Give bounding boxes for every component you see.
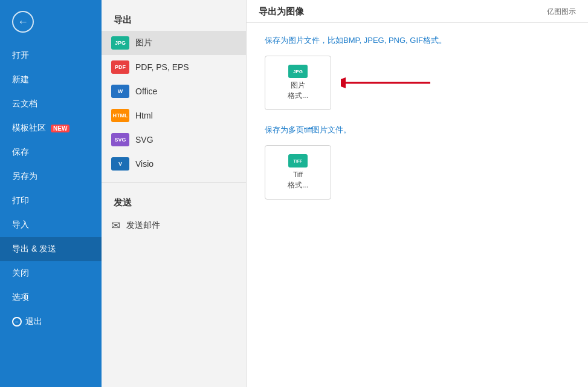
sidebar-new-label: 新建 [12,74,29,85]
mid-html-label: Html [135,111,153,120]
main-body: 保存为图片文件，比如BMP, JPEG, PNG, GIF格式。 JPG 图片 … [247,23,588,387]
office-icon: W [111,85,129,98]
back-arrow-icon: ← [18,16,28,27]
card-tiff-label: Tiff 格式... [288,170,308,190]
card-row-2: TIFF Tiff 格式... [265,145,570,200]
svg-icon: SVG [111,133,129,146]
exit-icon: − [12,317,22,327]
mid-email-label: 发送邮件 [126,220,160,231]
mid-image-label: 图片 [135,37,152,48]
visio-icon: V [111,157,129,171]
section-desc-2: 保存为多页tiff图片文件。 [265,125,570,135]
back-button[interactable]: ← [0,0,102,44]
card-row-1: JPG 图片 格式... [265,56,570,110]
section-desc-1: 保存为图片文件，比如BMP, JPEG, PNG, GIF格式。 [265,35,570,46]
sidebar-item-export[interactable]: 导出 & 发送 [0,237,102,261]
mid-pdf-label: PDF, PS, EPS [135,62,189,72]
sidebar-export-label: 导出 & 发送 [12,244,56,255]
sidebar-template-label: 模板社区 [12,123,46,134]
send-section-title: 发送 [102,189,246,213]
mid-svg-label: SVG [135,135,153,145]
pdf-icon: PDF [111,60,129,74]
sidebar-saveas-label: 另存为 [12,171,37,182]
sidebar-item-open[interactable]: 打开 [0,44,102,68]
sidebar-item-new[interactable]: 新建 [0,68,102,92]
mid-item-image[interactable]: JPG 图片 [102,31,246,55]
jpg-icon: JPG [111,36,129,50]
sidebar-save-label: 保存 [12,147,29,158]
export-card-jpg[interactable]: JPG 图片 格式... [265,56,331,110]
mid-office-label: Office [135,86,157,96]
sidebar-exit-label: 退出 [25,316,42,327]
mid-item-office[interactable]: W Office [102,79,246,103]
sidebar-import-label: 导入 [12,220,29,230]
mid-visio-label: Visio [135,159,153,169]
mid-item-svg[interactable]: SVG SVG [102,128,246,152]
sidebar-close-label: 关闭 [12,268,29,279]
main-header: 导出为图像 亿图图示 [247,0,588,23]
mid-panel: 导出 JPG 图片 PDF PDF, PS, EPS W Office HTML… [102,0,247,387]
sidebar-options-label: 选项 [12,292,29,303]
arrow-container [341,76,431,90]
sidebar-item-cloud[interactable]: 云文档 [0,92,102,116]
mid-divider [102,182,246,183]
sidebar-item-exit[interactable]: − 退出 [0,310,102,334]
sidebar-item-save[interactable]: 保存 [0,140,102,164]
mid-item-visio[interactable]: V Visio [102,152,246,176]
sidebar-item-import[interactable]: 导入 [0,213,102,237]
new-badge: NEW [51,125,69,132]
sidebar-item-saveas[interactable]: 另存为 [0,164,102,189]
export-card-tiff[interactable]: TIFF Tiff 格式... [265,145,331,200]
sidebar: ← 打开 新建 云文档 模板社区 NEW 保存 另存为 打印 导入 导出 & 发… [0,0,102,387]
sidebar-item-template[interactable]: 模板社区 NEW [0,116,102,140]
red-arrow-icon [341,76,431,90]
card-jpg-icon: JPG [288,65,308,78]
export-section-title: 导出 [102,6,246,31]
mid-item-email[interactable]: ✉ 发送邮件 [102,213,246,238]
sidebar-item-close[interactable]: 关闭 [0,261,102,285]
back-circle[interactable]: ← [12,11,34,33]
card-tiff-icon: TIFF [288,154,308,167]
html-icon: HTML [111,109,129,122]
main-title: 导出为图像 [259,6,304,22]
email-icon: ✉ [111,219,120,232]
app-name: 亿图图示 [547,7,576,22]
sidebar-open-label: 打开 [12,50,29,61]
mid-item-html[interactable]: HTML Html [102,103,246,128]
main-content: 导出为图像 亿图图示 保存为图片文件，比如BMP, JPEG, PNG, GIF… [247,0,588,387]
mid-item-pdf[interactable]: PDF PDF, PS, EPS [102,55,246,79]
sidebar-item-options[interactable]: 选项 [0,285,102,310]
card-jpg-label: 图片 格式... [288,80,308,101]
sidebar-print-label: 打印 [12,195,29,206]
sidebar-item-print[interactable]: 打印 [0,189,102,213]
sidebar-cloud-label: 云文档 [12,99,37,109]
